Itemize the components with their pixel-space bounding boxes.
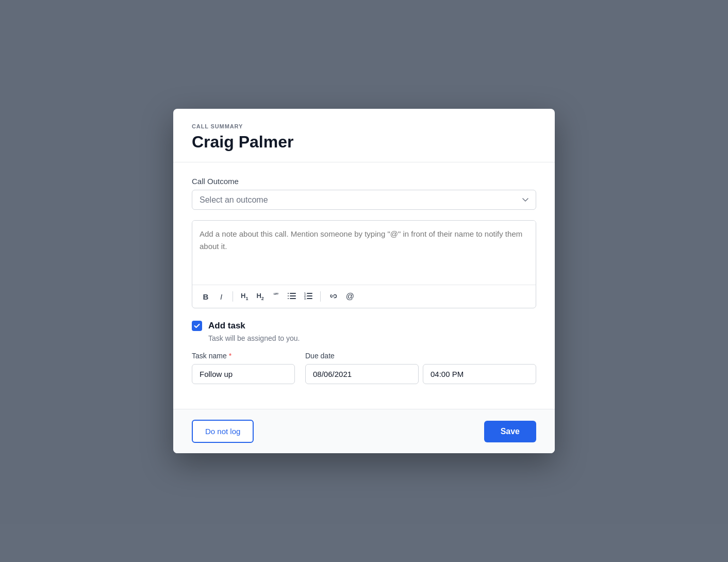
toolbar-h1-button[interactable]: H1 [237, 289, 252, 304]
svg-rect-0 [288, 293, 289, 294]
task-name-input[interactable] [192, 364, 295, 384]
svg-rect-1 [290, 293, 296, 294]
due-time-input[interactable] [423, 364, 536, 384]
note-textarea[interactable] [192, 221, 536, 283]
svg-text:3.: 3. [304, 297, 307, 300]
toolbar-unordered-list-button[interactable] [284, 289, 300, 304]
svg-rect-11 [307, 298, 312, 299]
toolbar-italic-button[interactable]: I [214, 289, 228, 304]
svg-rect-5 [290, 298, 296, 299]
due-date-fields [305, 364, 536, 384]
svg-rect-9 [307, 295, 312, 296]
editor-toolbar: B I H1 H2 “” [192, 285, 536, 308]
task-subtext: Task will be assigned to you. [208, 334, 536, 342]
call-outcome-group: Call Outcome Select an outcome Connected… [192, 177, 536, 210]
due-date-group: Due date [305, 352, 536, 384]
svg-rect-7 [307, 293, 312, 294]
svg-rect-4 [288, 298, 289, 299]
task-name-label: Task name * [192, 352, 295, 360]
task-header: Add task [192, 321, 536, 331]
call-summary-modal: CALL SUMMARY Craig Palmer Call Outcome S… [173, 109, 555, 453]
svg-rect-3 [290, 295, 296, 296]
toolbar-ordered-list-button[interactable]: 1. 2. 3. [301, 289, 316, 304]
toolbar-divider-2 [320, 291, 321, 302]
modal-footer: Do not log Save [173, 409, 555, 453]
call-outcome-label: Call Outcome [192, 177, 536, 186]
modal-subtitle: CALL SUMMARY [192, 123, 536, 129]
call-outcome-select[interactable]: Select an outcome Connected Left voicema… [192, 190, 536, 210]
note-editor: B I H1 H2 “” [192, 220, 536, 308]
save-button[interactable]: Save [484, 421, 536, 442]
toolbar-bold-button[interactable]: B [198, 289, 213, 304]
modal-overlay: CALL SUMMARY Craig Palmer Call Outcome S… [0, 0, 728, 562]
due-date-input[interactable] [305, 364, 419, 384]
toolbar-mention-button[interactable]: @ [342, 289, 358, 304]
modal-body: Call Outcome Select an outcome Connected… [173, 162, 555, 409]
add-task-checkbox-wrapper[interactable] [192, 321, 202, 331]
add-task-label: Add task [208, 321, 245, 331]
svg-rect-2 [288, 295, 289, 296]
task-name-group: Task name * [192, 352, 295, 384]
toolbar-link-button[interactable] [325, 289, 341, 304]
toolbar-quote-button[interactable]: “” [269, 289, 283, 304]
modal-title: Craig Palmer [192, 133, 536, 152]
modal-header: CALL SUMMARY Craig Palmer [173, 109, 555, 162]
toolbar-h2-button[interactable]: H2 [253, 289, 267, 304]
due-date-label: Due date [305, 352, 536, 360]
task-fields: Task name * Due date [192, 352, 536, 384]
toolbar-divider-1 [233, 291, 233, 302]
task-section: Add task Task will be assigned to you. T… [192, 321, 536, 384]
required-star: * [229, 352, 231, 360]
do-not-log-button[interactable]: Do not log [192, 420, 254, 443]
